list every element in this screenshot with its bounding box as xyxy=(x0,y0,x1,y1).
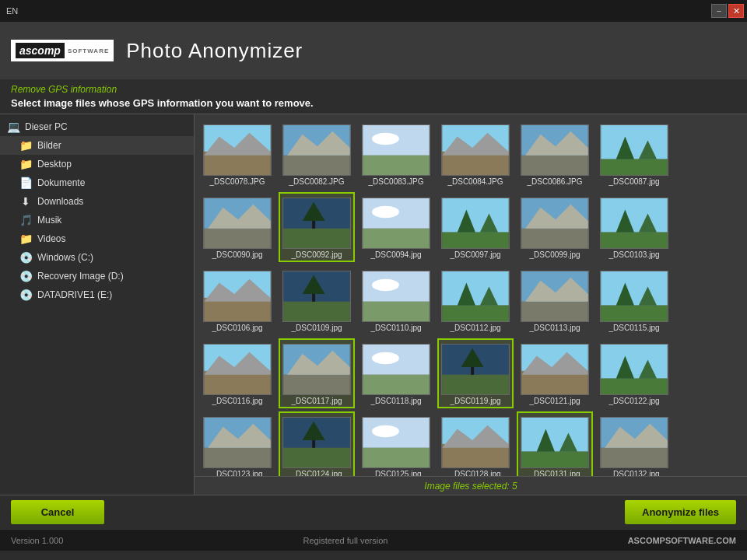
file-item[interactable]: _DSC0087.jpg xyxy=(596,119,672,189)
file-name: _DSC0078.JPG xyxy=(200,177,275,186)
downloads-icon: ⬇ xyxy=(19,194,33,208)
file-item[interactable]: _DSC0112.jpg xyxy=(437,265,514,335)
file-name: _DSC0084.JPG xyxy=(438,177,513,186)
sidebar-label-windows-c: Windows (C:) xyxy=(37,252,93,263)
svg-point-90 xyxy=(372,425,399,438)
svg-rect-13 xyxy=(521,156,587,175)
musik-icon: 🎵 xyxy=(19,213,33,227)
bottom-bar: Cancel Anonymize files xyxy=(0,495,747,529)
file-thumbnail xyxy=(203,198,272,249)
sidebar: 💻Dieser PC📁Bilder📁Desktop📄Dokumente⬇Down… xyxy=(0,114,195,495)
status-bar: Image files selected: 5 xyxy=(195,476,747,495)
file-item[interactable]: _DSC0128.jpg xyxy=(437,411,514,476)
file-thumbnail xyxy=(441,271,510,322)
file-thumbnail xyxy=(362,198,430,249)
file-item[interactable]: _DSC0131.jpg xyxy=(517,411,593,476)
file-name: _DSC0118.jpg xyxy=(359,397,433,405)
windows-c-icon: 💿 xyxy=(19,250,33,264)
sidebar-item-recovery-d[interactable]: 💿Recovery Image (D:) xyxy=(0,267,194,285)
file-thumbnail xyxy=(282,344,351,395)
file-thumbnail xyxy=(203,417,272,468)
file-item[interactable]: _DSC0094.jpg xyxy=(358,192,434,262)
file-thumbnail xyxy=(600,417,668,468)
sidebar-item-downloads[interactable]: ⬇Downloads xyxy=(0,192,194,211)
file-item[interactable]: _DSC0123.jpg xyxy=(199,411,275,476)
svg-rect-37 xyxy=(601,233,667,248)
file-name: _DSC0124.jpg xyxy=(279,470,354,476)
file-item[interactable]: _DSC0086.JPG xyxy=(517,119,593,189)
file-item[interactable]: _DSC0083.JPG xyxy=(358,119,434,189)
file-item[interactable]: _DSC0115.jpg xyxy=(596,265,672,335)
file-item[interactable]: _DSC0117.jpg xyxy=(279,338,355,408)
file-name: _DSC0082.JPG xyxy=(279,177,354,186)
dieser-pc-icon: 💻 xyxy=(6,120,20,134)
file-item[interactable]: _DSC0132.jpg xyxy=(596,411,672,476)
file-item[interactable]: _DSC0121.jpg xyxy=(517,338,593,408)
anonymize-button[interactable]: Anonymize files xyxy=(625,500,736,524)
file-item[interactable]: _DSC0125.jpg xyxy=(358,411,434,476)
svg-rect-68 xyxy=(363,375,429,394)
svg-rect-34 xyxy=(521,229,587,248)
svg-rect-50 xyxy=(442,271,508,306)
sidebar-item-bilder[interactable]: 📁Bilder xyxy=(0,136,194,155)
svg-rect-23 xyxy=(283,229,349,248)
file-grid[interactable]: _DSC0078.JPG_DSC0082.JPG_DSC0083.JPG_DSC… xyxy=(195,114,747,476)
file-item[interactable]: _DSC0097.jpg xyxy=(437,192,514,262)
sidebar-item-videos[interactable]: 📁Videos xyxy=(0,229,194,248)
sidebar-item-desktop[interactable]: 📁Desktop xyxy=(0,155,194,173)
svg-rect-20 xyxy=(204,229,270,248)
file-thumbnail xyxy=(203,271,272,322)
file-thumbnail xyxy=(282,417,351,468)
file-item[interactable]: _DSC0113.jpg xyxy=(517,265,593,335)
file-thumbnail xyxy=(600,271,668,322)
titlebar: EN − ✕ xyxy=(0,0,747,22)
close-button[interactable]: ✕ xyxy=(728,4,744,18)
svg-rect-7 xyxy=(363,156,429,175)
file-item[interactable]: _DSC0092.jpg xyxy=(279,192,355,262)
file-thumbnail xyxy=(521,198,589,249)
file-item[interactable]: _DSC0119.jpg xyxy=(437,338,514,408)
file-item[interactable]: _DSC0084.JPG xyxy=(437,119,514,189)
svg-rect-48 xyxy=(363,302,429,321)
file-item[interactable]: _DSC0078.JPG xyxy=(199,119,275,189)
svg-rect-82 xyxy=(204,448,270,467)
file-name: _DSC0128.jpg xyxy=(438,470,513,476)
sidebar-label-desktop: Desktop xyxy=(37,159,72,170)
file-item[interactable]: _DSC0082.JPG xyxy=(279,119,355,189)
file-thumbnail xyxy=(521,124,589,176)
svg-point-8 xyxy=(372,133,399,145)
file-name: _DSC0132.jpg xyxy=(597,470,672,476)
file-item[interactable]: _DSC0124.jpg xyxy=(279,411,355,476)
sidebar-item-dieser-pc[interactable]: 💻Dieser PC xyxy=(0,117,194,136)
file-item[interactable]: _DSC0122.jpg xyxy=(596,338,672,408)
sidebar-item-dokumente[interactable]: 📄Dokumente xyxy=(0,173,194,192)
sidebar-label-dieser-pc: Dieser PC xyxy=(25,121,68,132)
sidebar-item-datadrive-e[interactable]: 💿DATADRIVE1 (E:) xyxy=(0,285,194,304)
file-name: _DSC0090.jpg xyxy=(200,250,275,259)
sidebar-label-musik: Musik xyxy=(37,215,61,226)
svg-rect-94 xyxy=(521,418,587,452)
file-item[interactable]: _DSC0106.jpg xyxy=(199,265,275,335)
file-name: _DSC0115.jpg xyxy=(597,324,672,332)
file-item[interactable]: _DSC0110.jpg xyxy=(358,265,434,335)
svg-rect-15 xyxy=(601,125,667,159)
file-item[interactable]: _DSC0109.jpg xyxy=(279,265,355,335)
file-item[interactable]: _DSC0090.jpg xyxy=(199,192,275,262)
file-item[interactable]: _DSC0103.jpg xyxy=(596,192,672,262)
file-item[interactable]: _DSC0099.jpg xyxy=(517,192,593,262)
svg-rect-4 xyxy=(283,156,349,175)
footer: Version 1.000 Registered full version AS… xyxy=(0,529,747,551)
sidebar-item-windows-c[interactable]: 💿Windows (C:) xyxy=(0,248,194,267)
file-item[interactable]: _DSC0118.jpg xyxy=(358,338,434,408)
file-name: _DSC0097.jpg xyxy=(438,250,513,259)
file-name: _DSC0092.jpg xyxy=(279,250,354,259)
svg-rect-16 xyxy=(601,159,667,175)
minimize-button[interactable]: − xyxy=(711,4,727,18)
sidebar-label-datadrive-e: DATADRIVE1 (E:) xyxy=(37,289,112,300)
cancel-button[interactable]: Cancel xyxy=(11,500,104,524)
svg-rect-44 xyxy=(283,302,349,321)
file-thumbnail xyxy=(441,417,510,468)
file-item[interactable]: _DSC0116.jpg xyxy=(199,338,275,408)
logo: ascomp SOFTWARE xyxy=(11,40,114,61)
sidebar-item-musik[interactable]: 🎵Musik xyxy=(0,211,194,229)
